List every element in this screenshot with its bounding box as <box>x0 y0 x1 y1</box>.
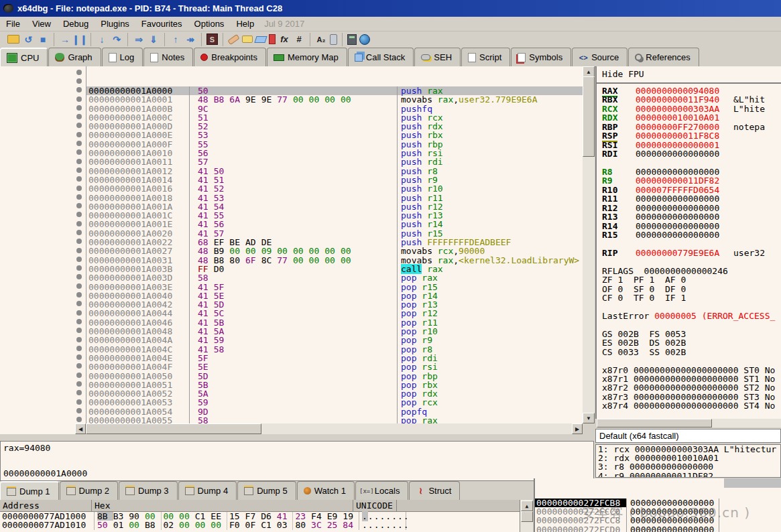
register-line[interactable]: RDI0000000000000000 <box>602 149 781 158</box>
menu-help[interactable]: Help <box>230 17 260 30</box>
vscroll-thumb[interactable] <box>583 76 595 157</box>
disasm-hscrollbar[interactable]: ◀ ▶ <box>75 423 583 434</box>
dump-byte[interactable]: 80 <box>295 521 311 529</box>
tab-breakpoints[interactable]: Breakpoints <box>194 48 266 66</box>
register-line[interactable]: x87r0 00000000000000000000 ST0 No <box>602 366 781 375</box>
label-icon[interactable] <box>254 36 267 43</box>
dump-vscrollbar[interactable]: ▲ <box>520 500 533 532</box>
register-line[interactable]: x87r3 00000000000000000000 ST3 No <box>602 393 781 401</box>
disasm-row[interactable]: 00000000001A004E5Fpop rdi <box>86 354 583 362</box>
dump-byte[interactable]: F7 <box>245 512 261 521</box>
breakpoint-dot[interactable] <box>76 408 82 413</box>
disasm-row[interactable]: 00000000001A00549Dpopfq <box>86 407 583 416</box>
breakpoint-dot[interactable] <box>76 373 82 378</box>
restart-icon[interactable]: ↺ <box>22 34 34 45</box>
register-value[interactable]: 0000000000000000 <box>636 230 733 239</box>
dump-row[interactable]: 0000000077AD10008BB390000000C1EE15F7D641… <box>0 512 533 521</box>
register-value[interactable]: 000000000011F8C8 <box>636 131 733 140</box>
dump-byte[interactable]: 03 <box>277 521 293 529</box>
dump-byte[interactable]: F0 <box>229 521 245 529</box>
registers-hscroll-thumb[interactable] <box>597 419 712 427</box>
hscroll-thumb[interactable] <box>86 423 261 434</box>
stack-row[interactable]: 000000000272FCD00000000000000000 <box>535 525 781 532</box>
dump-scroll-up-button[interactable]: ▲ <box>521 501 533 511</box>
title-bar[interactable]: x64dbg - File: notepad.exe - PID: B74 - … <box>0 0 781 17</box>
register-value[interactable]: 0000000000000000 <box>636 194 733 203</box>
disasm-row[interactable]: 00000000001A001A4154push r12 <box>86 202 583 211</box>
breakpoint-dot[interactable] <box>76 346 82 351</box>
dump-byte[interactable]: E9 <box>327 512 343 521</box>
disasm-row[interactable]: 00000000001A0048415Apop r10 <box>86 327 583 336</box>
register-line[interactable]: RBX000000000011F940&L"hit <box>602 95 781 104</box>
breakpoint-dot[interactable] <box>76 132 82 137</box>
animate-into-icon[interactable]: ⇒ <box>133 34 145 45</box>
disasm-row[interactable]: 00000000001A001157push rdi <box>86 157 583 166</box>
breakpoint-dot[interactable] <box>76 212 82 217</box>
dump-byte[interactable]: 41 <box>277 512 293 521</box>
tab-cpu[interactable]: CPU <box>0 48 48 67</box>
breakpoint-dot[interactable] <box>76 283 82 289</box>
step-over-icon[interactable]: ↷ <box>111 34 123 45</box>
register-line[interactable]: CS 0033 SS 002B <box>602 348 781 356</box>
tab-notes[interactable]: Notes <box>143 48 193 66</box>
patch-icon[interactable] <box>227 34 240 44</box>
dump-byte[interactable]: 84 <box>343 521 359 529</box>
tab-source[interactable]: <>Source <box>572 48 627 66</box>
register-line[interactable]: R130000000000000000 <box>602 212 781 221</box>
device-notify-icon[interactable] <box>330 34 337 45</box>
breakpoint-dot[interactable] <box>76 257 82 262</box>
menu-file[interactable]: File <box>0 17 26 30</box>
register-value[interactable]: 0000000000000000 <box>636 204 733 212</box>
stack-pane[interactable]: 000000000272FCB8000000000000000000000000… <box>534 478 781 532</box>
register-value[interactable]: 00000000FF270000 <box>636 123 733 131</box>
seh-chain-icon[interactable]: S <box>206 34 218 45</box>
menu-favourites[interactable]: Favourites <box>135 17 188 30</box>
disasm-row[interactable]: 00000000001A00204157push r15 <box>86 229 583 238</box>
register-line[interactable]: x87r2 00000000000000000000 ST2 No <box>602 383 781 392</box>
tab-seh[interactable]: SEH <box>414 48 461 66</box>
disasm-row[interactable]: 00000000001A001E4156push r14 <box>86 220 583 228</box>
dump-byte[interactable]: 50 <box>97 521 113 529</box>
register-line[interactable]: OF 0 SF 0 DF 0 <box>602 285 781 293</box>
disasm-row[interactable]: 00000000001A002268EFBEADDEpush FFFFFFFFD… <box>86 238 583 247</box>
disasm-row[interactable]: 00000000001A000D52push rdx <box>86 122 583 131</box>
tab-watch-1[interactable]: Watch 1 <box>297 481 355 500</box>
register-line[interactable] <box>602 159 781 168</box>
breakpoint-dot[interactable] <box>76 274 82 279</box>
register-line[interactable] <box>602 257 781 266</box>
dump-vscroll-thumb[interactable] <box>521 511 533 522</box>
tab-symbols[interactable]: Symbols <box>511 48 571 66</box>
disasm-row[interactable]: 00000000001A000E53push rbx <box>86 131 583 139</box>
breakpoint-dot[interactable] <box>76 221 82 226</box>
disasm-row[interactable]: 00000000001A00124150push r8 <box>86 167 583 176</box>
breakpoint-dot[interactable] <box>76 70 82 75</box>
register-value[interactable]: 000007FFFFFD0654 <box>636 186 733 194</box>
menu-view[interactable]: View <box>26 17 57 30</box>
dump-byte[interactable]: D6 <box>261 512 277 521</box>
breakpoint-dot[interactable] <box>76 337 82 342</box>
breakpoint-dot[interactable] <box>76 105 82 111</box>
register-value[interactable]: 000000000011F940 <box>636 95 733 104</box>
step-into-icon[interactable]: ↓ <box>96 34 108 45</box>
breakpoint-dot[interactable] <box>76 354 82 360</box>
register-line[interactable] <box>602 239 781 248</box>
breakpoint-dot[interactable] <box>76 176 82 182</box>
tab-dump-5[interactable]: Dump 5 <box>237 481 296 500</box>
breakpoint-dot[interactable] <box>76 319 82 324</box>
tab-dump-1[interactable]: Dump 1 <box>0 481 59 501</box>
register-value[interactable]: 0000000000000000 <box>636 222 733 230</box>
register-value[interactable]: 00000000779E9E6A <box>636 249 733 257</box>
breakpoint-dot[interactable] <box>76 417 82 422</box>
tab-memory-map[interactable]: Memory Map <box>267 48 347 66</box>
register-line[interactable]: LastError 00000005 (ERROR_ACCESS_ <box>602 312 781 320</box>
disasm-row[interactable]: 00000000001A003148B8806F8C7700000000mova… <box>86 256 583 265</box>
breakpoint-dot[interactable] <box>76 194 82 200</box>
disassembly-view[interactable]: 00000000001A000050push rax00000000001A00… <box>86 66 583 423</box>
dump-byte[interactable]: 00 <box>211 521 227 529</box>
disasm-row[interactable]: 00000000001A005359pop rcx <box>86 398 583 407</box>
scroll-up-button[interactable]: ▲ <box>583 66 595 77</box>
dump-byte[interactable]: F4 <box>311 512 327 521</box>
breakpoint-dot[interactable] <box>76 168 82 173</box>
comment-icon[interactable] <box>242 36 253 43</box>
register-line[interactable]: RFLAGS 0000000000000246 <box>602 267 781 275</box>
